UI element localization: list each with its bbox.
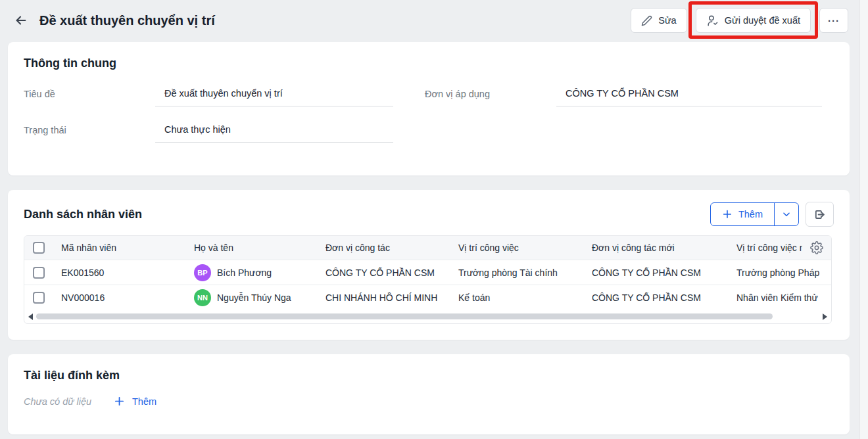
cell-new-unit: CÔNG TY CỔ PHẦN CSM bbox=[584, 267, 729, 278]
cell-position: Trưởng phòng Tài chính bbox=[450, 267, 584, 278]
submit-approval-label: Gửi duyệt đề xuất bbox=[725, 15, 800, 26]
field-value-status: Chưa thực hiện bbox=[155, 123, 393, 143]
employee-list-card: Danh sách nhân viên Thêm Mã nhân viên Họ… bbox=[8, 190, 850, 340]
cell-employee-code: EK001560 bbox=[53, 267, 186, 278]
table-row[interactable]: NV000016 NN Nguyễn Thúy Nga CHI NHÁNH HỒ… bbox=[24, 285, 831, 310]
export-button[interactable] bbox=[806, 202, 834, 227]
field-label-title: Tiêu đề bbox=[24, 87, 155, 99]
scrollbar-track[interactable] bbox=[36, 313, 819, 319]
avatar: BP bbox=[194, 264, 211, 281]
row-checkbox[interactable] bbox=[33, 267, 45, 279]
field-value-unit: CÔNG TY CỔ PHẦN CSM bbox=[556, 87, 822, 106]
gear-icon bbox=[810, 241, 823, 254]
chevron-down-icon bbox=[782, 210, 791, 219]
edit-button-label: Sửa bbox=[658, 15, 676, 26]
column-header-new-unit: Đơn vị công tác mới bbox=[584, 243, 729, 253]
field-value-title: Đề xuất thuyên chuyển vị trí bbox=[155, 87, 393, 106]
cell-unit: CÔNG TY CỔ PHẦN CSM bbox=[318, 267, 450, 278]
field-label-status: Trạng thái bbox=[24, 123, 155, 135]
employee-table-header: Mã nhân viên Họ và tên Đơn vị công tác V… bbox=[24, 236, 831, 260]
scroll-left-button[interactable] bbox=[28, 313, 33, 320]
submit-approval-button[interactable]: Gửi duyệt đề xuất bbox=[696, 8, 811, 33]
empty-state-text: Chưa có dữ liệu bbox=[24, 396, 91, 407]
arrow-left-icon bbox=[14, 13, 28, 28]
scrollbar-thumb[interactable] bbox=[36, 313, 773, 319]
scroll-right-button[interactable] bbox=[823, 313, 827, 320]
add-employee-button[interactable]: Thêm bbox=[711, 203, 774, 225]
column-header-code: Mã nhân viên bbox=[53, 243, 186, 253]
horizontal-scrollbar bbox=[24, 310, 831, 323]
column-settings-button[interactable] bbox=[802, 236, 831, 260]
edit-button[interactable]: Sửa bbox=[631, 8, 687, 33]
general-info-title: Thông tin chung bbox=[24, 57, 834, 70]
employee-list-title: Danh sách nhân viên bbox=[24, 208, 142, 221]
column-header-name: Họ và tên bbox=[186, 243, 318, 253]
plus-icon bbox=[722, 209, 733, 220]
general-info-card: Thông tin chung Tiêu đề Đề xuất thuyên c… bbox=[8, 42, 850, 175]
attachments-card: Tài liệu đính kèm Chưa có dữ liệu Thêm bbox=[8, 354, 850, 434]
cell-employee-code: NV000016 bbox=[53, 292, 186, 303]
cell-unit: CHI NHÁNH HỒ CHÍ MINH bbox=[318, 292, 450, 303]
add-employee-label: Thêm bbox=[738, 209, 763, 220]
field-label-unit: Đơn vị áp dụng bbox=[425, 87, 556, 106]
employee-table: Mã nhân viên Họ và tên Đơn vị công tác V… bbox=[24, 235, 832, 324]
ellipsis-icon: ··· bbox=[828, 15, 840, 26]
add-attachment-button[interactable]: Thêm bbox=[114, 396, 157, 407]
add-employee-dropdown-button[interactable] bbox=[774, 203, 798, 225]
more-actions-button[interactable]: ··· bbox=[819, 8, 848, 33]
plus-icon bbox=[114, 396, 125, 407]
top-bar: Đề xuất thuyên chuyển vị trí Sửa Gửi duy… bbox=[0, 0, 868, 41]
cell-new-position: Nhân viên Kiểm thử bbox=[729, 292, 832, 303]
avatar: NN bbox=[194, 289, 211, 306]
user-check-icon bbox=[706, 14, 719, 27]
cell-employee-name: Nguyễn Thúy Nga bbox=[217, 292, 291, 303]
cell-position: Kế toán bbox=[450, 292, 584, 303]
cell-new-unit: CÔNG TY CỔ PHẦN CSM bbox=[584, 292, 729, 303]
cell-new-position: Trưởng phòng Pháp bbox=[729, 267, 832, 278]
attachments-title: Tài liệu đính kèm bbox=[24, 369, 834, 382]
back-button[interactable] bbox=[12, 11, 30, 30]
page-title: Đề xuất thuyên chuyển vị trí bbox=[39, 13, 215, 28]
export-icon bbox=[813, 208, 826, 221]
cell-employee-name: Bích Phương bbox=[217, 267, 272, 278]
row-checkbox[interactable] bbox=[33, 292, 45, 304]
pencil-icon bbox=[641, 15, 652, 26]
add-attachment-label: Thêm bbox=[132, 396, 157, 407]
page-scrollbar[interactable] bbox=[859, 0, 868, 439]
column-header-position: Vị trí công việc bbox=[450, 243, 584, 253]
add-employee-split-button: Thêm bbox=[710, 202, 799, 226]
column-header-unit: Đơn vị công tác bbox=[318, 243, 450, 253]
select-all-checkbox[interactable] bbox=[33, 242, 45, 254]
table-row[interactable]: EK001560 BP Bích Phương CÔNG TY CỔ PHẦN … bbox=[24, 260, 831, 285]
